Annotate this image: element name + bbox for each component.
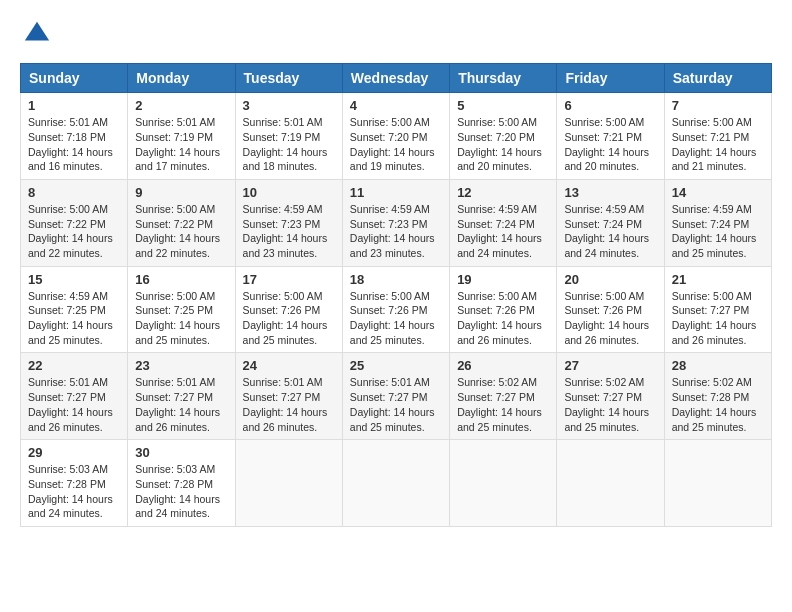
daylight-label: Daylight: 14 hours and 25 minutes.: [564, 406, 649, 433]
day-number: 6: [564, 98, 656, 113]
day-cell: 30 Sunrise: 5:03 AM Sunset: 7:28 PM Dayl…: [128, 440, 235, 527]
sunset-label: Sunset: 7:27 PM: [135, 391, 213, 403]
sunset-label: Sunset: 7:22 PM: [28, 218, 106, 230]
day-info: Sunrise: 5:00 AM Sunset: 7:27 PM Dayligh…: [672, 289, 764, 348]
day-info: Sunrise: 5:00 AM Sunset: 7:26 PM Dayligh…: [564, 289, 656, 348]
sunset-label: Sunset: 7:20 PM: [350, 131, 428, 143]
sunrise-label: Sunrise: 5:01 AM: [135, 376, 215, 388]
day-info: Sunrise: 4:59 AM Sunset: 7:24 PM Dayligh…: [457, 202, 549, 261]
svg-marker-0: [25, 22, 49, 41]
logo-icon: [23, 20, 51, 48]
day-cell: 7 Sunrise: 5:00 AM Sunset: 7:21 PM Dayli…: [664, 93, 771, 180]
day-info: Sunrise: 5:01 AM Sunset: 7:19 PM Dayligh…: [243, 115, 335, 174]
daylight-label: Daylight: 14 hours and 25 minutes.: [672, 406, 757, 433]
day-number: 11: [350, 185, 442, 200]
day-cell: 23 Sunrise: 5:01 AM Sunset: 7:27 PM Dayl…: [128, 353, 235, 440]
sunrise-label: Sunrise: 5:02 AM: [457, 376, 537, 388]
daylight-label: Daylight: 14 hours and 24 minutes.: [28, 493, 113, 520]
day-info: Sunrise: 5:01 AM Sunset: 7:27 PM Dayligh…: [135, 375, 227, 434]
sunrise-label: Sunrise: 5:00 AM: [28, 203, 108, 215]
day-cell: 11 Sunrise: 4:59 AM Sunset: 7:23 PM Dayl…: [342, 179, 449, 266]
sunrise-label: Sunrise: 4:59 AM: [243, 203, 323, 215]
day-cell: 28 Sunrise: 5:02 AM Sunset: 7:28 PM Dayl…: [664, 353, 771, 440]
sunrise-label: Sunrise: 5:01 AM: [28, 376, 108, 388]
day-cell: 21 Sunrise: 5:00 AM Sunset: 7:27 PM Dayl…: [664, 266, 771, 353]
sunrise-label: Sunrise: 5:00 AM: [243, 290, 323, 302]
day-number: 3: [243, 98, 335, 113]
day-info: Sunrise: 5:00 AM Sunset: 7:20 PM Dayligh…: [457, 115, 549, 174]
weekday-header: Wednesday: [342, 64, 449, 93]
daylight-label: Daylight: 14 hours and 22 minutes.: [28, 232, 113, 259]
day-cell: 20 Sunrise: 5:00 AM Sunset: 7:26 PM Dayl…: [557, 266, 664, 353]
sunset-label: Sunset: 7:19 PM: [243, 131, 321, 143]
daylight-label: Daylight: 14 hours and 22 minutes.: [135, 232, 220, 259]
day-info: Sunrise: 5:02 AM Sunset: 7:27 PM Dayligh…: [457, 375, 549, 434]
daylight-label: Daylight: 14 hours and 20 minutes.: [457, 146, 542, 173]
day-number: 10: [243, 185, 335, 200]
calendar-table: SundayMondayTuesdayWednesdayThursdayFrid…: [20, 63, 772, 527]
day-number: 12: [457, 185, 549, 200]
empty-day-cell: [664, 440, 771, 527]
day-cell: 1 Sunrise: 5:01 AM Sunset: 7:18 PM Dayli…: [21, 93, 128, 180]
day-cell: 19 Sunrise: 5:00 AM Sunset: 7:26 PM Dayl…: [450, 266, 557, 353]
sunrise-label: Sunrise: 5:00 AM: [672, 116, 752, 128]
day-number: 28: [672, 358, 764, 373]
sunset-label: Sunset: 7:26 PM: [457, 304, 535, 316]
day-cell: 24 Sunrise: 5:01 AM Sunset: 7:27 PM Dayl…: [235, 353, 342, 440]
day-info: Sunrise: 5:03 AM Sunset: 7:28 PM Dayligh…: [28, 462, 120, 521]
day-cell: 6 Sunrise: 5:00 AM Sunset: 7:21 PM Dayli…: [557, 93, 664, 180]
day-info: Sunrise: 5:01 AM Sunset: 7:27 PM Dayligh…: [243, 375, 335, 434]
day-number: 16: [135, 272, 227, 287]
calendar-week-row: 22 Sunrise: 5:01 AM Sunset: 7:27 PM Dayl…: [21, 353, 772, 440]
sunset-label: Sunset: 7:26 PM: [243, 304, 321, 316]
sunrise-label: Sunrise: 5:01 AM: [243, 116, 323, 128]
day-number: 14: [672, 185, 764, 200]
day-info: Sunrise: 4:59 AM Sunset: 7:24 PM Dayligh…: [672, 202, 764, 261]
sunrise-label: Sunrise: 5:01 AM: [28, 116, 108, 128]
day-info: Sunrise: 5:02 AM Sunset: 7:27 PM Dayligh…: [564, 375, 656, 434]
daylight-label: Daylight: 14 hours and 25 minutes.: [350, 406, 435, 433]
day-cell: 18 Sunrise: 5:00 AM Sunset: 7:26 PM Dayl…: [342, 266, 449, 353]
day-cell: 13 Sunrise: 4:59 AM Sunset: 7:24 PM Dayl…: [557, 179, 664, 266]
day-cell: 15 Sunrise: 4:59 AM Sunset: 7:25 PM Dayl…: [21, 266, 128, 353]
day-info: Sunrise: 4:59 AM Sunset: 7:25 PM Dayligh…: [28, 289, 120, 348]
sunrise-label: Sunrise: 4:59 AM: [672, 203, 752, 215]
day-info: Sunrise: 5:00 AM Sunset: 7:21 PM Dayligh…: [564, 115, 656, 174]
day-cell: 22 Sunrise: 5:01 AM Sunset: 7:27 PM Dayl…: [21, 353, 128, 440]
sunset-label: Sunset: 7:27 PM: [672, 304, 750, 316]
day-cell: 5 Sunrise: 5:00 AM Sunset: 7:20 PM Dayli…: [450, 93, 557, 180]
sunset-label: Sunset: 7:26 PM: [564, 304, 642, 316]
sunrise-label: Sunrise: 5:00 AM: [135, 203, 215, 215]
empty-day-cell: [235, 440, 342, 527]
sunrise-label: Sunrise: 5:00 AM: [350, 116, 430, 128]
daylight-label: Daylight: 14 hours and 24 minutes.: [135, 493, 220, 520]
sunrise-label: Sunrise: 5:00 AM: [350, 290, 430, 302]
day-cell: 27 Sunrise: 5:02 AM Sunset: 7:27 PM Dayl…: [557, 353, 664, 440]
day-cell: 29 Sunrise: 5:03 AM Sunset: 7:28 PM Dayl…: [21, 440, 128, 527]
day-info: Sunrise: 5:01 AM Sunset: 7:27 PM Dayligh…: [28, 375, 120, 434]
day-info: Sunrise: 5:00 AM Sunset: 7:22 PM Dayligh…: [28, 202, 120, 261]
day-number: 1: [28, 98, 120, 113]
day-number: 26: [457, 358, 549, 373]
sunset-label: Sunset: 7:24 PM: [672, 218, 750, 230]
daylight-label: Daylight: 14 hours and 25 minutes.: [457, 406, 542, 433]
sunset-label: Sunset: 7:25 PM: [135, 304, 213, 316]
day-info: Sunrise: 5:00 AM Sunset: 7:26 PM Dayligh…: [243, 289, 335, 348]
daylight-label: Daylight: 14 hours and 26 minutes.: [672, 319, 757, 346]
sunrise-label: Sunrise: 5:03 AM: [135, 463, 215, 475]
day-number: 20: [564, 272, 656, 287]
sunset-label: Sunset: 7:19 PM: [135, 131, 213, 143]
sunset-label: Sunset: 7:26 PM: [350, 304, 428, 316]
day-info: Sunrise: 5:01 AM Sunset: 7:18 PM Dayligh…: [28, 115, 120, 174]
day-info: Sunrise: 5:00 AM Sunset: 7:20 PM Dayligh…: [350, 115, 442, 174]
calendar-week-row: 15 Sunrise: 4:59 AM Sunset: 7:25 PM Dayl…: [21, 266, 772, 353]
sunset-label: Sunset: 7:18 PM: [28, 131, 106, 143]
sunrise-label: Sunrise: 4:59 AM: [457, 203, 537, 215]
weekday-header: Friday: [557, 64, 664, 93]
daylight-label: Daylight: 14 hours and 23 minutes.: [243, 232, 328, 259]
sunset-label: Sunset: 7:28 PM: [672, 391, 750, 403]
day-cell: 9 Sunrise: 5:00 AM Sunset: 7:22 PM Dayli…: [128, 179, 235, 266]
sunrise-label: Sunrise: 4:59 AM: [350, 203, 430, 215]
daylight-label: Daylight: 14 hours and 20 minutes.: [564, 146, 649, 173]
day-info: Sunrise: 5:02 AM Sunset: 7:28 PM Dayligh…: [672, 375, 764, 434]
